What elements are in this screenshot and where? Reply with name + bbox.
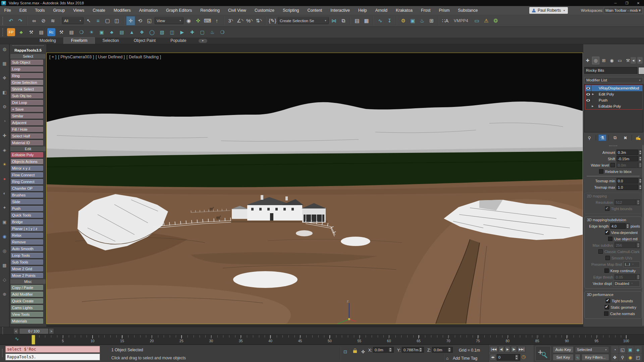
maximize-button[interactable]: ❐ [621,0,633,6]
rollout-drag-handle[interactable] [609,145,617,147]
zoom-region-icon[interactable]: ◈ [634,346,642,353]
window-crossing-toggle-icon[interactable]: ◫ [112,16,121,25]
menu-item[interactable]: Rendering [196,6,224,15]
edit-named-selection-sets-icon[interactable]: {✎} [268,16,277,25]
key-mode-toggle-icon[interactable]: ◀▶ [490,354,496,361]
pan-icon[interactable]: ✥ [611,354,619,361]
menu-item[interactable]: Create [89,6,110,15]
toggle-layer-explorer-icon[interactable]: ▦ [362,16,371,25]
menu-item[interactable]: Arnold [371,6,391,15]
render-setup-icon[interactable]: ⚙ [399,16,408,25]
next-frame-icon[interactable]: |▶ [511,346,517,353]
rappatools-button[interactable]: Ring Connect [10,179,44,185]
rappatools-button[interactable]: Adjacent [10,120,44,126]
dock-tool-icon[interactable]: ▩ [1,262,8,268]
dock-tool-icon[interactable]: ▦ [1,60,8,66]
reference-coordinate-dropdown[interactable]: View ▼ [155,17,183,24]
next-frame-button[interactable]: > [49,328,54,334]
rendered-frame-window-icon[interactable]: ▣ [408,16,417,25]
time-slider-handle[interactable] [32,335,35,345]
select-and-scale-icon[interactable]: ◱ [145,16,154,25]
texmap-min-field[interactable]: 0.0 [616,178,638,184]
light-bulb-icon[interactable]: ❍ [77,28,86,37]
shift-spinner[interactable] [638,156,642,162]
vector-displ-dropdown[interactable]: Disabled ▼ [613,281,640,287]
close-button[interactable]: ✕ [633,0,644,6]
previous-frame-button[interactable]: < [13,328,19,334]
visibility-eye-icon[interactable] [585,91,591,97]
texmap-max-field[interactable]: 1.0 [616,184,638,190]
keep-continuity-checkbox[interactable] [604,268,609,273]
water-level-checkbox[interactable] [610,163,615,167]
rappatools-button[interactable]: Chamfer OP [10,185,44,191]
rappatools-button[interactable]: Sub Obj Iso [10,93,44,99]
viewport-label-segment[interactable]: [ + ] [49,55,56,59]
rappatools-button[interactable]: Editable Poly [10,152,44,158]
menu-item[interactable]: Substance [454,6,482,15]
dock-tool-icon[interactable]: ☀ [1,161,8,167]
configure-modifier-sets-icon[interactable]: ✍ [634,134,642,141]
dock-tool-icon[interactable]: ◎ [1,248,8,254]
undo-icon[interactable]: ↶ [6,16,15,25]
zoom-all-icon[interactable]: ◱ [619,346,626,353]
dock-tool-icon[interactable]: ● [1,176,8,182]
rappatools-button[interactable]: Move 2 Grid [10,266,44,272]
panel-scrollbar[interactable] [642,145,644,326]
split-window-icon[interactable]: ◫ [168,28,176,37]
previous-frame-icon[interactable]: ◀| [498,346,504,353]
texmap-max-spinner[interactable] [638,184,642,190]
default-in-out-tangent-icon[interactable]: ∿ [575,354,580,361]
menu-item[interactable]: Content [303,6,326,15]
rappatools-button[interactable]: Relax [10,232,44,238]
absolute-offset-mode-icon[interactable]: ✜ [361,349,365,354]
dock-tool-icon[interactable]: ◧ [1,89,8,95]
go-to-end-icon[interactable]: ▶▶| [518,346,526,353]
select-and-place-icon[interactable]: ↑ [212,16,221,25]
add-camera-icon[interactable]: ✚ [188,28,197,37]
menu-item[interactable]: Scripting [278,6,303,15]
rappatools-button[interactable]: Material ID [10,140,44,146]
rappatools-button[interactable]: Grow Selection [10,79,44,85]
use-object-mtl-checkbox[interactable] [608,237,612,241]
show-end-result-icon[interactable]: ⚗ [598,134,606,141]
rectangular-selection-region-icon[interactable]: ▢ [103,16,112,25]
ribbon-drag-handle[interactable] [2,28,5,36]
viewport-label-segment[interactable]: [ PhysCamera003 ] [58,55,94,59]
dock-tool-icon[interactable]: ✥ [1,75,8,81]
maxscript-listener-line2[interactable]: RappaTools3. [5,354,100,360]
menu-item[interactable]: Krakatoa [391,6,417,15]
sun-light-icon[interactable]: ☀ [87,28,96,37]
mini-curve-editor-icon[interactable]: ∿ [15,336,19,342]
menu-item[interactable]: Interactive [326,6,354,15]
dock-tool-icon[interactable]: ▣ [1,219,8,225]
shift-field[interactable]: -0.15m [616,156,638,162]
view-dependent-checkbox[interactable] [605,230,609,235]
menu-item[interactable]: Views [69,6,89,15]
minimize-button[interactable]: ─ [610,0,621,6]
toolbar-drag-handle[interactable] [2,17,5,25]
ribbon-tab[interactable]: Modeling [32,38,63,44]
menu-item[interactable]: Modifiers [109,6,135,15]
user-account-button[interactable]: Paul Roberts ▼ [529,7,568,14]
rappatools-button[interactable]: Quick Create [10,298,44,304]
walk-through-icon[interactable]: ⚲ [619,354,626,361]
plant-icon[interactable]: ❖ [138,28,146,37]
warning-icon[interactable]: ⚠ [482,16,491,25]
dock-tool-icon[interactable]: ✦ [1,204,8,210]
select-by-name-icon[interactable]: ≡ [94,16,103,25]
teapot-icon[interactable]: ♨ [208,28,217,37]
selection-region-icon[interactable]: ⊡ [343,349,347,354]
spinner-snap-icon[interactable]: ⇅◝ [254,16,263,25]
menu-item[interactable]: Civil View [224,6,250,15]
rappatools-button[interactable]: Materials [10,318,44,324]
set-key-button[interactable]: Set Key [553,354,574,361]
motion-tab-icon[interactable]: ◉ [608,57,615,64]
autokey-a-toggle-icon[interactable]: ∷A [441,16,450,25]
snaps-toggle-3d-icon[interactable]: 3◝ [226,16,235,25]
visibility-eye-icon[interactable] [585,103,591,109]
ribbon-tab[interactable]: Object Paint [126,38,163,44]
time-configuration-icon[interactable]: ◷ [522,354,526,361]
rappatools-button[interactable]: Move 2 Points [10,273,44,279]
keyboard-shortcut-override-icon[interactable]: ⌨ [203,16,212,25]
ribbon-tab[interactable]: Freeform [63,37,95,44]
